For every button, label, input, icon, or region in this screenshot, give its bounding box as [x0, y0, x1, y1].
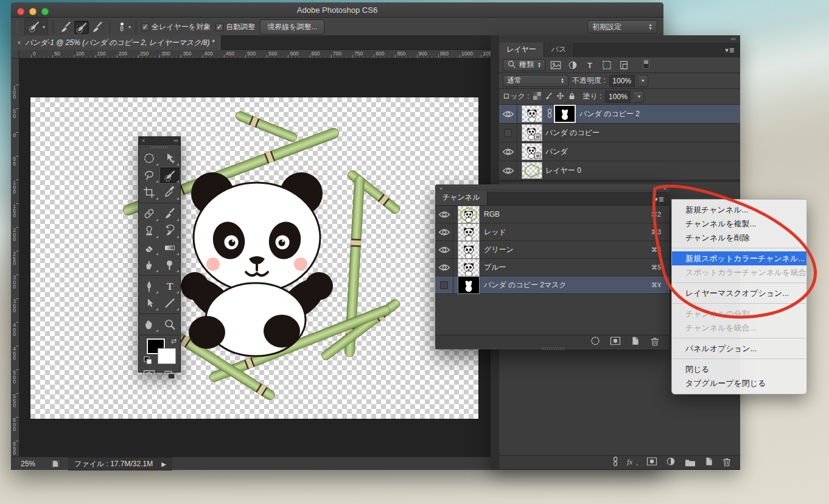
filter-smart-objects-icon[interactable]: [617, 59, 631, 71]
filter-pixel-layers-icon[interactable]: [549, 59, 562, 71]
brush-tool[interactable]: [159, 205, 180, 222]
close-window-button[interactable]: [17, 8, 24, 15]
dodge-tool[interactable]: [159, 256, 180, 273]
crop-tool[interactable]: [139, 184, 159, 201]
channel-row[interactable]: グリーン⌘4: [435, 241, 670, 259]
menu-item[interactable]: レイヤーマスクオプション...: [672, 286, 806, 300]
channel-name[interactable]: パンダ のコピー 2マスク: [484, 280, 651, 290]
layers-panel-menu-icon[interactable]: ▾≣: [725, 46, 735, 54]
horizontal-ruler[interactable]: 0501001502002503003504004505005506006507…: [11, 50, 491, 58]
background-color-swatch[interactable]: [158, 348, 176, 364]
pen-tool[interactable]: [139, 278, 159, 295]
layer-visibility-eye-icon[interactable]: [499, 161, 517, 180]
canvas[interactable]: [30, 97, 478, 419]
mask-link-chain-icon[interactable]: [547, 108, 553, 120]
channel-name[interactable]: グリーン: [484, 245, 651, 255]
clone-stamp-tool[interactable]: [139, 222, 159, 239]
layer-name[interactable]: パンダ のコピー 2: [579, 109, 640, 119]
tools-title-bar[interactable]: × ««: [139, 137, 180, 145]
lock-transparency-icon[interactable]: [533, 92, 541, 102]
menu-item[interactable]: チャンネルを削除: [672, 231, 806, 245]
new-adjustment-layer-icon[interactable]: [665, 456, 676, 469]
filter-adjustment-layers-icon[interactable]: [566, 59, 579, 71]
close-tab-icon[interactable]: ×: [17, 39, 21, 46]
layer-name[interactable]: パンダ のコピー: [545, 128, 600, 138]
eyedropper-tool[interactable]: [159, 184, 180, 201]
ruler-origin[interactable]: [11, 50, 19, 58]
channel-thumbnail[interactable]: [458, 259, 479, 276]
channel-thumbnail[interactable]: [458, 206, 479, 223]
brush-size-picker[interactable]: 8: [115, 20, 128, 35]
type-tool[interactable]: T: [159, 278, 180, 295]
hand-tool[interactable]: [139, 316, 159, 333]
layer-thumbnail[interactable]: [522, 125, 542, 141]
line-tool[interactable]: [159, 295, 180, 312]
link-layers-icon[interactable]: [612, 457, 618, 468]
channel-row[interactable]: ブルー⌘5: [435, 259, 670, 276]
layer-visibility-eye-icon[interactable]: [499, 105, 517, 124]
new-group-icon[interactable]: [684, 457, 696, 468]
fill-value[interactable]: 100%: [605, 91, 631, 103]
tab-channels[interactable]: チャンネル: [435, 191, 488, 205]
menu-item[interactable]: 新規チャンネル...: [672, 203, 806, 217]
healing-brush-tool[interactable]: [139, 205, 159, 222]
add-to-selection-mode-button[interactable]: [74, 21, 89, 34]
tab-パス[interactable]: パス: [544, 43, 575, 57]
new-selection-mode-button[interactable]: [58, 21, 73, 34]
channel-visibility-toggle-empty[interactable]: [435, 276, 453, 294]
menu-item[interactable]: 閉じる: [672, 362, 806, 376]
minimize-window-button[interactable]: [29, 8, 37, 15]
channel-visibility-eye-icon[interactable]: [435, 241, 453, 259]
status-popup-arrow-icon[interactable]: ▶: [161, 461, 166, 467]
marquee-ellipse-tool[interactable]: [139, 150, 159, 167]
tool-preset-picker[interactable]: ▾: [24, 18, 48, 37]
collapse-panels-icon2[interactable]: »: [733, 36, 735, 42]
layer-visibility-eye-icon[interactable]: [499, 142, 517, 161]
menu-item[interactable]: 新規スポットカラーチャンネル...: [672, 251, 806, 265]
channel-row[interactable]: RGB⌘2: [435, 206, 670, 223]
layer-style-icon[interactable]: fx: [626, 457, 638, 467]
zoom-window-button[interactable]: [41, 8, 49, 15]
history-brush-tool[interactable]: [159, 222, 180, 239]
channel-name[interactable]: RGB: [484, 210, 651, 219]
channel-visibility-eye-icon[interactable]: [435, 223, 453, 241]
tools-grip[interactable]: [139, 145, 180, 150]
collapse-panel-icon[interactable]: «: [663, 186, 665, 192]
lock-all-icon[interactable]: [568, 92, 576, 102]
chevron-down-icon[interactable]: ▾: [128, 24, 131, 30]
move-tool-tool[interactable]: [159, 150, 180, 167]
zoom-level-field[interactable]: 25%: [21, 460, 50, 468]
add-layer-mask-icon[interactable]: [646, 457, 657, 468]
lasso-tool[interactable]: [139, 167, 159, 184]
channels-panel-menu-icon[interactable]: ▾≣: [654, 195, 665, 203]
close-panel-icon[interactable]: ×: [142, 138, 145, 144]
layer-filter-type-dropdown[interactable]: 種類 ▲▼: [503, 59, 545, 71]
channel-name[interactable]: レッド: [484, 227, 651, 237]
path-select-tool[interactable]: [139, 295, 159, 312]
workspace-switcher[interactable]: 初期設定 ▲▼: [587, 20, 657, 33]
smudge-tool[interactable]: [139, 256, 159, 273]
auto-enhance-checkbox[interactable]: ✓: [215, 23, 223, 31]
layer-filter-toggle[interactable]: [643, 59, 649, 71]
channel-row[interactable]: レッド⌘3: [435, 223, 670, 241]
delete-layer-icon[interactable]: [722, 457, 732, 469]
channel-row[interactable]: パンダ のコピー 2マスク⌘¥: [435, 276, 670, 294]
menu-item[interactable]: タブグループを閉じる: [672, 376, 806, 390]
subtract-selection-mode-button[interactable]: [90, 21, 105, 34]
save-selection-as-channel-icon[interactable]: [610, 336, 621, 348]
lock-pixels-icon[interactable]: [545, 92, 553, 102]
collapse-panel-icon[interactable]: ««: [173, 138, 177, 144]
sample-all-layers-checkbox[interactable]: ✓: [141, 23, 149, 31]
layer-thumbnail[interactable]: [522, 144, 542, 159]
layer-thumbnail[interactable]: [522, 106, 542, 122]
screen-mode-button[interactable]: [159, 366, 180, 383]
layer-row[interactable]: >パンダ のコピー 2: [499, 105, 740, 124]
quick-selection-tool[interactable]: [159, 167, 180, 184]
blend-mode-dropdown[interactable]: 通常 ▲▼: [503, 75, 568, 87]
layer-visibility-toggle-empty[interactable]: [499, 124, 517, 142]
new-layer-icon[interactable]: [704, 456, 714, 469]
layer-name[interactable]: パンダ: [545, 147, 568, 157]
menu-item[interactable]: チャンネルを複製...: [672, 217, 806, 231]
opacity-value[interactable]: 100%: [609, 75, 635, 87]
page-icon[interactable]: [50, 459, 61, 469]
